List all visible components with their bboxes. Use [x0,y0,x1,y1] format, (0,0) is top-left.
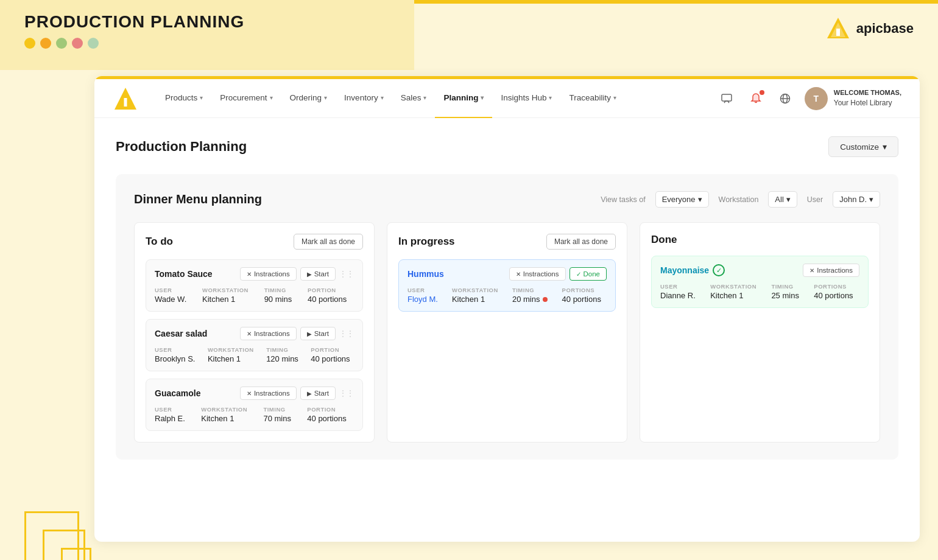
chevron-down-icon: ▾ [200,94,203,101]
instructions-button-mayo[interactable]: ✕ Instractions [803,264,859,277]
done-title: Done [651,234,677,246]
start-button-caesar[interactable]: ▶ Start [300,327,336,340]
instructions-button-guacamole[interactable]: ✕ Instractions [240,387,297,400]
task-meta-guacamole: USER Ralph E. WORKSTATION Kitchen 1 TIMI… [155,406,354,423]
nav-item-ordering[interactable]: Ordering ▾ [281,79,336,118]
board-title: Dinner Menu planning [134,192,262,206]
welcome-text: WELCOME THOMAS, [834,88,901,97]
chevron-down-icon: ▾ [613,94,616,101]
content-header: Production Planning Customize ▾ [116,136,898,157]
meta-timing: TIMING 20 mins [512,287,554,304]
task-actions-tomato: ✕ Instractions ▶ Start ⋮⋮ [240,267,354,281]
nav-item-planning[interactable]: Planning ▾ [435,79,492,118]
timing-alert-dot [543,297,548,302]
nav-item-sales[interactable]: Sales ▾ [392,79,436,118]
task-meta-hummus: USER Floyd M. WORKSTATION Kitchen 1 TIMI… [407,287,607,304]
drag-handle-tomato[interactable]: ⋮⋮ [339,270,354,278]
x-icon: ✕ [247,331,252,337]
nav-item-procurement[interactable]: Procurement ▾ [211,79,281,118]
task-card-caesar: Caesar salad ✕ Instractions ▶ Start [146,319,363,371]
start-button-guacamole[interactable]: ▶ Start [300,387,336,400]
meta-workstation: WORKSTATION Kitchen 1 [208,346,258,363]
done-check-icon: ✓ [713,264,725,276]
svg-rect-4 [124,98,127,107]
workstation-filter[interactable]: All ▾ [768,191,797,208]
task-actions-guacamole: ✕ Instractions ▶ Start ⋮⋮ [240,387,354,400]
apicbase-logo: apicbase [825,15,914,42]
chevron-down-icon: ▾ [786,195,791,204]
task-name-tomato: Tomato Sauce [155,269,213,279]
task-card-mayo: Mayonnaise ✓ ✕ Instractions [651,256,869,308]
done-button-hummus[interactable]: ✓ Done [570,267,607,281]
user-filter-label: User [807,195,823,204]
todo-column: To do Mark all as done Tomato Sauce ✕ [134,222,375,443]
start-button-tomato[interactable]: ▶ Start [300,267,336,281]
globe-icon [779,93,791,105]
meta-workstation: WORKSTATION Kitchen 1 [201,406,255,423]
meta-portion: PORTION 40 portions [311,346,354,363]
customize-button[interactable]: Customize ▾ [828,136,898,157]
chat-icon-button[interactable] [717,89,736,108]
play-icon: ▶ [307,331,312,337]
inprogress-mark-all-button[interactable]: Mark all as done [546,234,616,250]
planning-board: Dinner Menu planning View tasks of Every… [116,174,898,460]
inprogress-column: In progress Mark all as done Hummus ✕ [387,222,627,443]
task-actions-hummus: ✕ Instractions ✓ Done [509,267,607,281]
kanban-columns: To do Mark all as done Tomato Sauce ✕ [134,222,880,443]
dot-5 [88,38,99,49]
instructions-button-tomato[interactable]: ✕ Instractions [240,267,297,281]
timing-with-alert: 20 mins [512,295,554,304]
check-icon: ✓ [576,271,581,278]
x-icon: ✕ [247,390,252,397]
task-card-guacamole: Guacamole ✕ Instractions ▶ Start [146,379,363,431]
user-avatar-area[interactable]: T WELCOME THOMAS, Your Hotel Library [805,87,901,110]
nav-item-insights-hub[interactable]: Insights Hub ▾ [492,79,560,118]
x-icon: ✕ [516,271,521,278]
task-card-tomato: Tomato Sauce ✕ Instractions ▶ Start [146,259,363,312]
board-filters: View tasks of Everyone ▾ Workstation All… [601,191,880,208]
task-meta-caesar: USER Brooklyn S. WORKSTATION Kitchen 1 T… [155,346,354,363]
page-title: PRODUCTION PLANNING [24,12,244,32]
svg-rect-2 [836,29,840,36]
drag-handle-caesar[interactable]: ⋮⋮ [339,329,354,338]
task-name-guacamole: Guacamole [155,388,200,398]
nav-item-products[interactable]: Products ▾ [157,79,211,118]
nav-item-traceability[interactable]: Traceability ▾ [560,79,625,118]
task-card-header: Caesar salad ✕ Instractions ▶ Start [155,327,354,340]
meta-timing: TIMING 25 mins [771,283,805,300]
drag-handle-guacamole[interactable]: ⋮⋮ [339,389,354,397]
todo-mark-all-button[interactable]: Mark all as done [294,234,363,250]
play-icon: ▶ [307,271,312,278]
meta-user: USER Floyd M. [407,287,443,304]
everyone-filter[interactable]: Everyone ▾ [655,191,709,208]
nav-logo-icon [113,86,138,111]
user-filter[interactable]: John D. ▾ [833,191,880,208]
task-name-caesar: Caesar salad [155,329,207,338]
nav-item-inventory[interactable]: Inventory ▾ [336,79,392,118]
content-title: Production Planning [116,139,247,155]
meta-timing: TIMING 120 mins [266,346,302,363]
task-meta-mayo: USER Dianne R. WORKSTATION Kitchen 1 TIM… [660,283,859,300]
chevron-down-icon: ▾ [883,142,887,152]
chevron-down-icon: ▾ [698,195,702,204]
chevron-down-icon: ▾ [381,94,384,101]
apicbase-name: apicbase [856,21,914,37]
task-actions-caesar: ✕ Instractions ▶ Start ⋮⋮ [240,327,354,340]
meta-workstation: WORKSTATION Kitchen 1 [710,283,763,300]
dot-2 [40,38,51,49]
chevron-down-icon: ▾ [481,94,484,101]
dot-3 [56,38,67,49]
x-icon: ✕ [809,267,814,274]
page-content: Production Planning Customize ▾ Dinner M… [94,118,920,478]
instructions-button-caesar[interactable]: ✕ Instractions [240,327,297,340]
notifications-icon-button[interactable] [746,89,766,108]
instructions-button-hummus[interactable]: ✕ Instractions [509,267,566,281]
chat-icon [721,93,733,105]
dot-1 [24,38,35,49]
todo-col-header: To do Mark all as done [146,234,363,250]
play-icon: ▶ [307,390,312,397]
hotel-text: Your Hotel Library [834,98,901,108]
meta-timing: TIMING 70 mins [263,406,298,423]
header-dots [24,38,244,49]
globe-icon-button[interactable] [775,89,795,108]
